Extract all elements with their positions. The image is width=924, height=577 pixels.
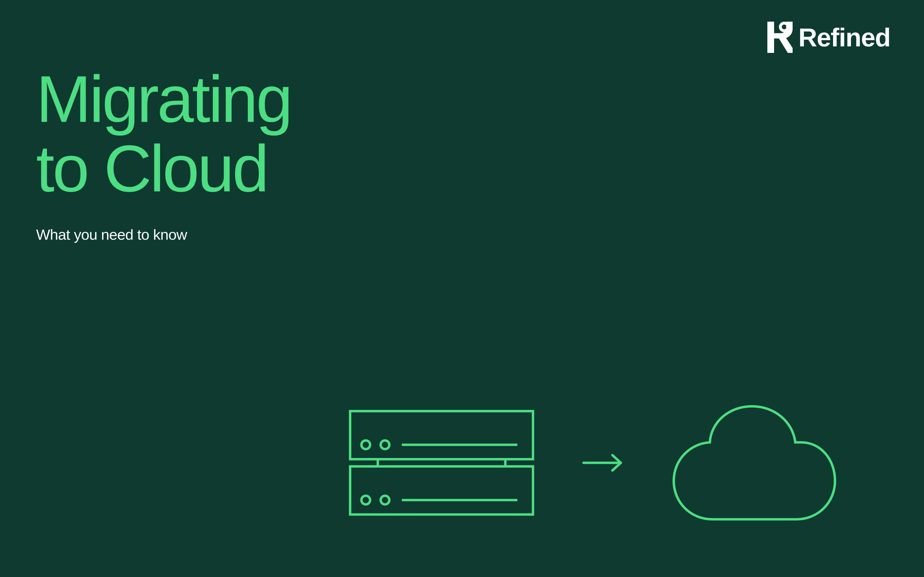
migration-diagram — [349, 404, 837, 522]
svg-rect-6 — [350, 466, 533, 514]
headline-line-1: Migrating — [36, 64, 291, 134]
subheadline: What you need to know — [36, 226, 187, 243]
brand-logo: Refined — [767, 22, 890, 53]
arrow-right-icon — [582, 453, 623, 472]
svg-point-3 — [362, 440, 370, 449]
server-icon — [349, 410, 534, 516]
svg-point-7 — [362, 496, 370, 504]
svg-point-1 — [782, 24, 787, 29]
cloud-icon — [671, 404, 837, 522]
brand-name: Refined — [798, 23, 890, 52]
main-headline: Migrating to Cloud — [36, 64, 291, 203]
svg-point-4 — [381, 440, 389, 449]
refined-logo-icon — [767, 22, 793, 53]
headline-line-2: to Cloud — [36, 134, 291, 203]
svg-rect-2 — [350, 411, 533, 459]
svg-point-8 — [381, 496, 389, 504]
